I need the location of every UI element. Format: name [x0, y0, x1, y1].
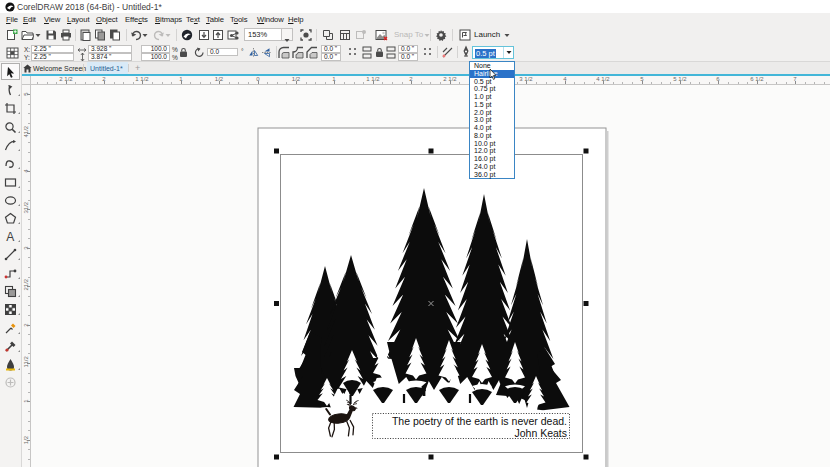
svg-text:A: A — [6, 230, 14, 243]
svg-text:John Keats: John Keats — [514, 427, 567, 439]
svg-text:The poetry of the earth is nev: The poetry of the earth is never dead. — [392, 415, 567, 427]
